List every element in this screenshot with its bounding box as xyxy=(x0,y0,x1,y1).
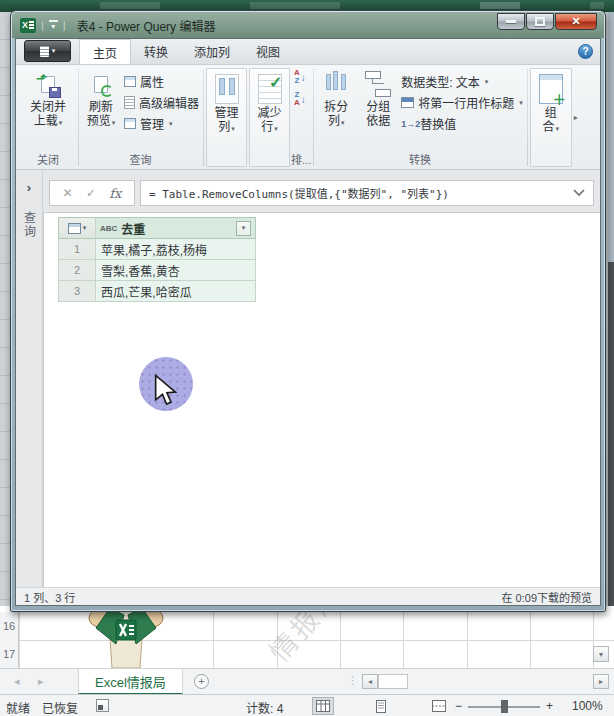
formula-bar: ✕ ✓ fx = Table.RemoveColumns(提取值,{"数据列",… xyxy=(43,170,600,212)
cell-value[interactable]: 西瓜,芒果,哈密瓜 xyxy=(96,281,256,302)
zoom-out-icon[interactable]: − xyxy=(455,699,462,713)
ghost-close-fragment xyxy=(590,2,604,9)
cell-value[interactable]: 雪梨,香蕉,黄杏 xyxy=(96,260,256,281)
table-row: 3 西瓜,芒果,哈密瓜 xyxy=(58,281,256,302)
split-column-button[interactable]: 拆分列▾ xyxy=(315,66,357,129)
help-button[interactable]: ? xyxy=(578,44,593,59)
add-sheet-button[interactable]: + xyxy=(194,674,209,689)
sheet-nav-left-icon[interactable]: ◂ xyxy=(14,675,20,688)
data-table: ▾ ABC 去重 ▾ 1 苹果,橘子,荔枝,杨梅 xyxy=(58,217,256,302)
table-row: 2 雪梨,香蕉,黄杏 xyxy=(58,260,256,281)
excel-app-icon: X xyxy=(20,18,36,33)
fx-icon[interactable]: fx xyxy=(109,186,121,201)
group-transform: 拆分列▾ 分组依据 数据类型: 文本 ▾ 将第一行用作标题 xyxy=(315,66,525,169)
check-icon[interactable]: ✓ xyxy=(86,186,96,200)
group-separator xyxy=(313,69,314,166)
preview-downloaded-time: 在 0:09下载的预览 xyxy=(502,589,592,605)
refresh-icon xyxy=(89,70,113,98)
hscroll-left-button[interactable]: ◂ xyxy=(362,674,378,689)
tab-splitter-dots-icon[interactable]: ⋮ xyxy=(347,674,358,687)
close-and-load-button[interactable]: ⬏ 关闭并上载▾ xyxy=(20,66,76,129)
formula-expand-icon[interactable] xyxy=(573,189,585,197)
tab-view[interactable]: 视图 xyxy=(243,39,293,64)
sort-down-icon: ↓ xyxy=(301,94,306,105)
first-row-headers-button[interactable]: 将第一行用作标题 ▾ xyxy=(399,92,525,113)
first-row-headers-icon xyxy=(401,97,414,108)
zoom-slider-thumb[interactable] xyxy=(501,700,508,713)
group-separator xyxy=(527,69,528,166)
data-type-button[interactable]: 数据类型: 文本 ▾ xyxy=(399,71,525,92)
maximize-button[interactable] xyxy=(526,13,554,30)
excel-workbook-area: 16 17 情报局 ▾ ◂ ▸ Excel情报局 + ⋮ ◂ ▸ xyxy=(0,606,614,716)
chevron-down-icon: ▾ xyxy=(519,99,523,107)
cancel-icon[interactable]: ✕ xyxy=(63,186,73,200)
reduce-rows-button[interactable]: ✓ 减少行▾ xyxy=(249,68,290,167)
minimize-button[interactable] xyxy=(497,13,525,30)
tab-home[interactable]: 主页 xyxy=(79,39,131,64)
tab-add-column[interactable]: 添加列 xyxy=(181,39,243,64)
zoom-level[interactable]: 100% xyxy=(572,699,603,713)
view-normal-button[interactable] xyxy=(312,697,334,715)
manage-columns-button[interactable]: 管理列▾ xyxy=(206,68,247,167)
view-page-break-button[interactable] xyxy=(428,697,450,715)
quick-access-dropdown-icon[interactable]: ▾ xyxy=(49,20,58,31)
group-label-query: 查询 xyxy=(80,154,201,169)
chevron-down-icon: ▾ xyxy=(231,125,235,132)
manage-button[interactable]: 管理 ▾ xyxy=(122,113,201,134)
sheet-nav-right-icon[interactable]: ▸ xyxy=(38,675,44,688)
zoom-in-icon[interactable]: + xyxy=(546,699,553,713)
macro-record-icon[interactable] xyxy=(96,699,109,712)
filter-dropdown-button[interactable]: ▾ xyxy=(236,221,251,236)
excel-mascot-image xyxy=(84,608,168,668)
window-content: ▾ 主页 转换 添加列 视图 ? ⬏ 关闭并上载▾ 关闭 xyxy=(15,38,601,606)
column-header-quchong[interactable]: ABC 去重 ▾ xyxy=(96,217,256,239)
formula-buttons: ✕ ✓ fx xyxy=(49,180,135,206)
chevron-down-icon: ▾ xyxy=(83,224,87,232)
ribbon-tab-row: ▾ 主页 转换 添加列 视图 ? xyxy=(16,39,600,65)
row-number[interactable]: 1 xyxy=(58,239,96,260)
expand-pane-icon[interactable]: › xyxy=(27,180,31,195)
hscroll-right-button[interactable]: ▸ xyxy=(593,674,609,689)
close-button[interactable]: ✕ xyxy=(555,13,597,30)
power-query-window: X | ▾ | 表4 - Power Query 编辑器 ✕ ▾ 主页 转换 添… xyxy=(10,10,606,612)
sheet-tab-excel-qingbaoju[interactable]: Excel情报局 xyxy=(78,669,183,695)
row-number[interactable]: 3 xyxy=(58,281,96,302)
formula-text[interactable]: = Table.RemoveColumns(提取值,{"数据列", "列表"}) xyxy=(149,185,573,201)
row-header-16[interactable]: 16 xyxy=(0,612,19,640)
properties-button[interactable]: 属性 xyxy=(122,71,201,92)
mouse-cursor xyxy=(151,374,181,408)
vertical-scroll-down-button[interactable]: ▾ xyxy=(593,646,609,662)
nav-right-icon: ▸ xyxy=(599,677,603,686)
hscroll-thumb[interactable] xyxy=(378,674,408,689)
file-menu-button[interactable]: ▾ xyxy=(24,40,71,62)
group-by-icon xyxy=(365,70,391,98)
group-query: 刷新预览▾ 属性 高级编辑器 管理 xyxy=(80,66,201,169)
refresh-preview-button[interactable]: 刷新预览▾ xyxy=(80,66,122,129)
group-by-button[interactable]: 分组依据 xyxy=(357,66,399,129)
select-all-corner[interactable]: ▾ xyxy=(58,217,96,239)
row-header-17[interactable]: 17 xyxy=(0,640,19,668)
sort-ascending-button[interactable]: AZ ↓ xyxy=(291,66,309,88)
group-close: ⬏ 关闭并上载▾ 关闭 xyxy=(20,66,76,169)
view-page-layout-button[interactable] xyxy=(370,697,392,715)
group-label-transform: 转换 xyxy=(315,154,525,169)
combine-button[interactable]: ＋ 组合▾ xyxy=(530,68,572,167)
minimize-icon xyxy=(506,20,516,23)
chevron-down-icon: ▾ xyxy=(485,78,489,86)
gridline xyxy=(19,606,20,668)
help-icon: ? xyxy=(582,46,588,57)
close-icon: ✕ xyxy=(571,15,580,28)
chevron-down-icon: ▾ xyxy=(59,119,63,126)
ghost-ribbon-fragment xyxy=(480,2,520,9)
advanced-editor-button[interactable]: 高级编辑器 xyxy=(122,92,201,113)
sort-descending-button[interactable]: ZA ↓ xyxy=(291,88,309,110)
replace-values-button[interactable]: 1→2 替换值 xyxy=(399,113,525,134)
ribbon-overflow-icon[interactable]: ▸ xyxy=(574,113,578,122)
row-number[interactable]: 2 xyxy=(58,260,96,281)
formula-input[interactable]: = Table.RemoveColumns(提取值,{"数据列", "列表"}) xyxy=(140,180,594,206)
cell-value[interactable]: 苹果,橘子,荔枝,杨梅 xyxy=(96,239,256,260)
gridline xyxy=(340,606,341,668)
chevron-down-icon: ▾ xyxy=(169,120,173,128)
status-count: 计数: 4 xyxy=(246,699,283,716)
tab-transform[interactable]: 转换 xyxy=(131,39,181,64)
